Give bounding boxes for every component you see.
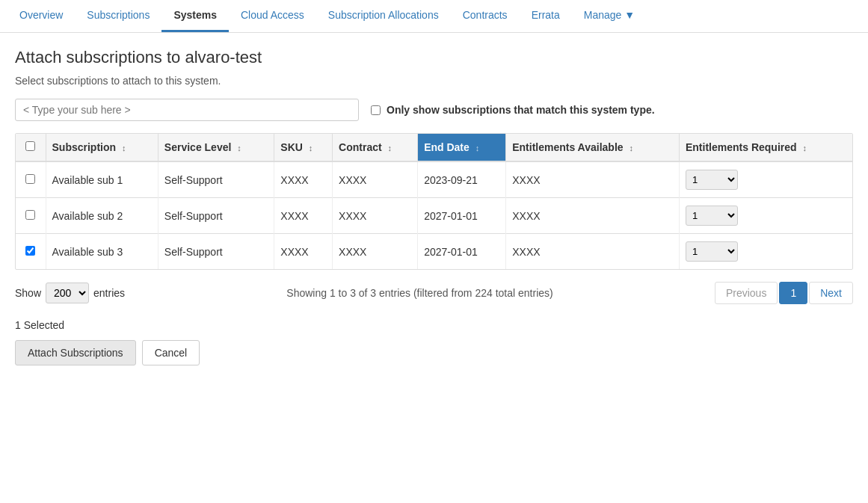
sort-icon-subscription: ↕ [122,144,126,152]
row-sku-1: XXXX [274,198,333,234]
row-entitlements-available-0: XXXX [506,161,680,198]
table-row: Available sub 3 Self-Support XXXX XXXX 2… [16,234,852,270]
th-subscription[interactable]: Subscription ↕ [46,134,158,161]
next-button[interactable]: Next [809,282,853,304]
previous-button[interactable]: Previous [715,282,778,304]
nav-subscriptions[interactable]: Subscriptions [75,0,161,32]
row-qty-cell-2[interactable]: 1 2 5 10 [679,234,852,270]
nav-cloud-access[interactable]: Cloud Access [229,0,316,32]
sort-icon-contract: ↕ [388,144,393,152]
row-checkbox-2[interactable] [25,246,35,256]
row-entitlements-available-2: XXXX [506,234,680,270]
row-sku-0: XXXX [274,161,333,198]
row-subscription-0: Available sub 1 [46,161,158,198]
row-subscription-1: Available sub 2 [46,198,158,234]
bottom-buttons: Attach Subscriptions Cancel [15,340,853,365]
page-title: Attach subscriptions to alvaro-test [15,48,853,67]
navigation: Overview Subscriptions Systems Cloud Acc… [0,0,868,33]
sort-icon-entitlements-required: ↕ [802,144,807,152]
row-end-date-1: 2027-01-01 [418,198,506,234]
filter-checkbox-label[interactable]: Only show subscriptions that match this … [371,104,655,116]
nav-overview[interactable]: Overview [7,0,75,32]
sort-icon-service-level: ↕ [237,144,241,152]
table-row: Available sub 2 Self-Support XXXX XXXX 2… [16,198,852,234]
th-service-level[interactable]: Service Level ↕ [158,134,274,161]
nav-subscription-allocations[interactable]: Subscription Allocations [316,0,451,32]
row-checkbox-cell-0[interactable] [16,161,46,198]
filter-checkbox-text: Only show subscriptions that match this … [387,104,655,116]
row-subscription-2: Available sub 3 [46,234,158,270]
pagination-row: Show 10 25 50 100 200 entries Showing 1 … [15,282,853,304]
page-content: Attach subscriptions to alvaro-test Sele… [0,33,868,380]
cancel-button[interactable]: Cancel [142,340,200,365]
row-sku-2: XXXX [274,234,333,270]
chevron-down-icon: ▼ [624,9,635,21]
row-contract-0: XXXX [333,161,418,198]
row-qty-cell-0[interactable]: 1 2 5 10 [679,161,852,198]
row-service-level-1: Self-Support [158,198,274,234]
subscriptions-table: Subscription ↕ Service Level ↕ SKU ↕ Con… [16,134,852,269]
sort-icon-entitlements-available: ↕ [629,144,633,152]
page-1-button[interactable]: 1 [779,282,807,304]
nav-contracts[interactable]: Contracts [451,0,520,32]
select-all-header[interactable] [16,134,46,161]
attach-subscriptions-button[interactable]: Attach Subscriptions [15,340,136,365]
nav-manage[interactable]: Manage ▼ [572,0,647,32]
row-checkbox-0[interactable] [25,174,35,184]
table-row: Available sub 1 Self-Support XXXX XXXX 2… [16,161,852,198]
entries-select[interactable]: 10 25 50 100 200 [46,283,89,303]
nav-errata[interactable]: Errata [520,0,572,32]
row-qty-select-2[interactable]: 1 2 5 10 [686,241,738,262]
row-checkbox-cell-1[interactable] [16,198,46,234]
nav-systems[interactable]: Systems [161,0,229,32]
sort-icon-end-date: ↕ [475,144,480,152]
sort-icon-sku: ↕ [309,144,313,152]
select-all-checkbox[interactable] [25,141,35,151]
th-contract[interactable]: Contract ↕ [333,134,418,161]
row-qty-cell-1[interactable]: 1 2 5 10 [679,198,852,234]
row-checkbox-cell-2[interactable] [16,234,46,270]
th-end-date[interactable]: End Date ↕ [418,134,506,161]
row-qty-select-1[interactable]: 1 2 5 10 [686,206,738,226]
th-sku[interactable]: SKU ↕ [274,134,333,161]
search-input[interactable] [15,99,359,121]
row-entitlements-available-1: XXXX [506,198,680,234]
row-qty-select-0[interactable]: 1 2 5 10 [686,170,738,190]
row-end-date-2: 2027-01-01 [418,234,506,270]
row-checkbox-1[interactable] [25,210,35,220]
row-end-date-0: 2023-09-21 [418,161,506,198]
row-service-level-0: Self-Support [158,161,274,198]
pagination-controls: Previous 1 Next [715,282,853,304]
row-contract-1: XXXX [333,198,418,234]
selected-info: 1 Selected [15,319,853,331]
entries-label: entries [93,287,125,299]
th-entitlements-required[interactable]: Entitlements Required ↕ [679,134,852,161]
row-service-level-2: Self-Support [158,234,274,270]
filter-checkbox[interactable] [371,105,381,115]
show-label: Show [15,287,41,299]
search-filter-row: Only show subscriptions that match this … [15,99,853,121]
table-header-row: Subscription ↕ Service Level ↕ SKU ↕ Con… [16,134,852,161]
page-subtitle: Select subscriptions to attach to this s… [15,75,853,87]
pagination-info: Showing 1 to 3 of 3 entries (filtered fr… [286,287,552,299]
th-entitlements-available[interactable]: Entitlements Available ↕ [506,134,680,161]
subscriptions-table-container: Subscription ↕ Service Level ↕ SKU ↕ Con… [15,133,853,270]
row-contract-2: XXXX [333,234,418,270]
show-entries: Show 10 25 50 100 200 entries [15,283,125,303]
